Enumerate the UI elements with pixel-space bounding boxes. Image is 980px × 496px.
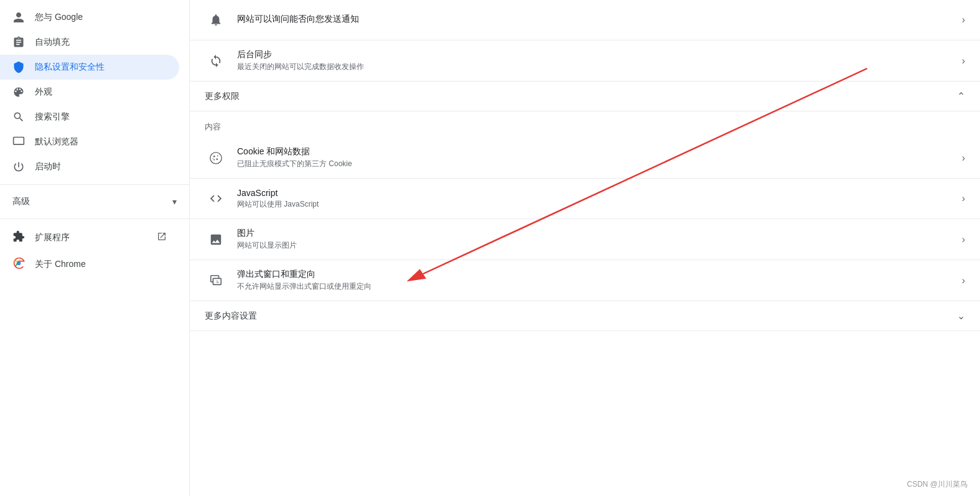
more-content-label: 更多内容设置 xyxy=(205,311,257,322)
browser-icon xyxy=(12,136,25,148)
images-subtitle: 网站可以显示图片 xyxy=(237,240,957,251)
sidebar-item-privacy-label: 隐私设置和安全性 xyxy=(35,62,105,73)
sidebar-divider-2 xyxy=(0,218,189,219)
notifications-chevron: › xyxy=(962,14,965,26)
sidebar-item-about-chrome[interactable]: 关于 Chrome xyxy=(0,251,179,278)
background-sync-subtitle: 最近关闭的网站可以完成数据收发操作 xyxy=(237,62,957,72)
sidebar-advanced-label: 高级 xyxy=(12,196,30,207)
popups-subtitle: 不允许网站显示弹出式窗口或使用重定向 xyxy=(237,281,957,292)
cookies-subtitle: 已阻止无痕模式下的第三方 Cookie xyxy=(237,159,957,169)
sidebar-item-autofill[interactable]: 自动填充 xyxy=(0,30,179,55)
more-content-settings[interactable]: 更多内容设置 ⌄ xyxy=(190,301,980,331)
popup-icon xyxy=(205,269,227,292)
popups-title: 弹出式窗口和重定向 xyxy=(237,269,957,280)
external-link-icon xyxy=(157,232,167,243)
palette-icon xyxy=(12,86,25,98)
settings-item-javascript[interactable]: JavaScript 网站可以使用 JavaScript › xyxy=(190,179,980,219)
svg-point-2 xyxy=(210,152,222,163)
sidebar-item-startup[interactable]: 启动时 xyxy=(0,154,179,179)
extensions-icon xyxy=(12,230,25,245)
javascript-text: JavaScript 网站可以使用 JavaScript xyxy=(237,188,957,210)
javascript-subtitle: 网站可以使用 JavaScript xyxy=(237,199,957,210)
bell-icon xyxy=(205,9,227,31)
cookies-title: Cookie 和网站数据 xyxy=(237,146,957,157)
sidebar-divider-1 xyxy=(0,184,189,185)
cookies-text: Cookie 和网站数据 已阻止无痕模式下的第三方 Cookie xyxy=(237,146,957,169)
settings-item-images[interactable]: 图片 网站可以显示图片 › xyxy=(190,219,980,260)
sidebar-item-appearance[interactable]: 外观 xyxy=(0,80,179,105)
sidebar-about-chrome-label: 关于 Chrome xyxy=(35,259,86,270)
settings-item-cookies[interactable]: Cookie 和网站数据 已阻止无痕模式下的第三方 Cookie › xyxy=(190,138,980,179)
cookie-icon xyxy=(205,147,227,169)
notifications-text: 网站可以询问能否向您发送通知 xyxy=(237,14,957,26)
images-text: 图片 网站可以显示图片 xyxy=(237,228,957,251)
sync-icon xyxy=(205,50,227,72)
sidebar-item-autofill-label: 自动填充 xyxy=(35,37,70,48)
javascript-chevron: › xyxy=(962,193,965,204)
settings-item-background-sync[interactable]: 后台同步 最近关闭的网站可以完成数据收发操作 › xyxy=(190,40,980,82)
sidebar-item-extensions[interactable]: 扩展程序 xyxy=(0,224,179,251)
extensions-left: 扩展程序 xyxy=(12,230,70,245)
search-icon xyxy=(12,111,25,123)
cookies-chevron: › xyxy=(962,152,965,164)
more-permissions-label: 更多权限 xyxy=(205,91,240,102)
sidebar-item-appearance-label: 外观 xyxy=(35,87,52,98)
settings-item-popups[interactable]: 弹出式窗口和重定向 不允许网站显示弹出式窗口或使用重定向 › xyxy=(190,260,980,301)
background-sync-title: 后台同步 xyxy=(237,49,957,60)
popups-chevron: › xyxy=(962,275,965,286)
person-icon xyxy=(12,11,25,24)
svg-point-5 xyxy=(216,158,218,160)
sidebar-item-google-account[interactable]: 您与 Google xyxy=(0,5,179,30)
settings-item-notifications[interactable]: 网站可以询问能否向您发送通知 › xyxy=(190,0,980,40)
sidebar-item-search-label: 搜索引擎 xyxy=(35,111,70,123)
images-chevron: › xyxy=(962,234,965,245)
more-permissions-section[interactable]: 更多权限 ⌃ xyxy=(190,82,980,111)
background-sync-text: 后台同步 最近关闭的网站可以完成数据收发操作 xyxy=(237,49,957,72)
more-content-chevron: ⌄ xyxy=(957,310,965,322)
svg-point-6 xyxy=(213,159,215,160)
popups-text: 弹出式窗口和重定向 不允许网站显示弹出式窗口或使用重定向 xyxy=(237,269,957,292)
svg-point-4 xyxy=(217,155,218,156)
sidebar-item-advanced[interactable]: 高级 ▾ xyxy=(0,190,189,213)
chevron-down-icon: ▾ xyxy=(172,197,177,207)
content-section-header: 内容 xyxy=(190,111,980,138)
shield-icon xyxy=(12,61,25,73)
svg-point-3 xyxy=(213,155,215,157)
javascript-title: JavaScript xyxy=(237,188,957,198)
more-permissions-chevron: ⌃ xyxy=(957,90,965,102)
code-icon xyxy=(205,187,227,210)
sidebar-item-startup-label: 启动时 xyxy=(35,161,61,172)
sidebar-item-default-browser-label: 默认浏览器 xyxy=(35,136,78,147)
images-title: 图片 xyxy=(237,228,957,239)
sidebar-item-google-account-label: 您与 Google xyxy=(35,12,83,23)
chrome-icon xyxy=(12,257,25,271)
background-sync-chevron: › xyxy=(962,55,965,67)
sidebar-extensions-label: 扩展程序 xyxy=(35,232,70,243)
assignment-icon xyxy=(12,36,25,49)
sidebar: 您与 Google 自动填充 隐私设置和安全性 外观 xyxy=(0,0,190,496)
svg-rect-0 xyxy=(14,138,24,145)
watermark: CSDN @川川菜鸟 xyxy=(907,479,968,490)
notifications-title: 网站可以询问能否向您发送通知 xyxy=(237,14,957,25)
sidebar-item-privacy[interactable]: 隐私设置和安全性 xyxy=(0,55,179,80)
svg-point-7 xyxy=(213,158,213,159)
svg-rect-9 xyxy=(213,278,221,284)
sidebar-item-default-browser[interactable]: 默认浏览器 xyxy=(0,129,179,154)
sidebar-item-search[interactable]: 搜索引擎 xyxy=(0,105,179,129)
image-icon xyxy=(205,228,227,251)
power-icon xyxy=(12,161,25,173)
main-content: 网站可以询问能否向您发送通知 › 后台同步 最近关闭的网站可以完成数据收发操作 … xyxy=(190,0,980,496)
